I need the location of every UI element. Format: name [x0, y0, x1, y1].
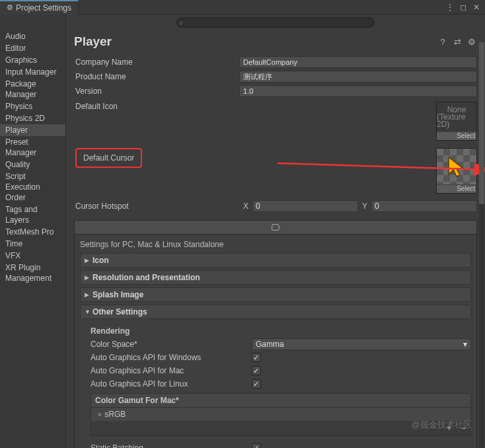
color-space-select[interactable]: Gamma ▾ — [252, 338, 471, 350]
drag-handle-icon[interactable]: ≡ — [98, 412, 100, 416]
chevron-right-icon: ▶ — [85, 257, 91, 264]
default-icon-label: Default Icon — [74, 102, 239, 111]
sidebar: AudioEditorGraphicsInput ManagerPackage … — [0, 15, 66, 448]
platform-tabbar[interactable]: 🖵 — [74, 220, 477, 235]
sidebar-item-input-manager[interactable]: Input Manager — [0, 66, 65, 78]
search-icon: ⌕ — [179, 19, 183, 26]
sidebar-item-audio[interactable]: Audio — [0, 30, 65, 42]
menu-icon[interactable]: ⋮ — [445, 3, 455, 12]
sidebar-item-physics[interactable]: Physics — [0, 100, 65, 112]
sidebar-item-package-manager[interactable]: Package Manager — [0, 78, 65, 100]
search-input[interactable] — [176, 17, 375, 28]
scrollbar[interactable] — [479, 42, 484, 447]
watermark: @掘金技术社区 — [412, 419, 472, 431]
sidebar-item-time[interactable]: Time — [0, 238, 65, 250]
auto-api-linux-checkbox[interactable]: ✓ — [252, 379, 261, 389]
static-batching-checkbox[interactable]: ✓ — [252, 443, 261, 448]
auto-api-win-label: Auto Graphics API for Windows — [91, 353, 252, 362]
version-label: Version — [74, 87, 239, 96]
close-icon[interactable]: ✕ — [472, 3, 481, 12]
auto-api-mac-label: Auto Graphics API for Mac — [91, 366, 252, 375]
settings-icon[interactable]: ⚙ — [466, 36, 477, 47]
monitor-icon: 🖵 — [271, 223, 280, 233]
hotspot-x-input[interactable] — [252, 200, 358, 212]
auto-api-mac-checkbox[interactable]: ✓ — [252, 366, 261, 375]
help-icon[interactable]: ? — [437, 36, 448, 47]
color-space-label: Color Space* — [91, 340, 252, 349]
sidebar-item-physics-2d[interactable]: Physics 2D — [0, 112, 65, 124]
rendering-heading: Rendering — [91, 326, 471, 336]
product-name-label: Product Name — [74, 72, 239, 81]
maximize-icon[interactable]: ◻ — [459, 3, 468, 12]
page-title: Player — [74, 34, 112, 49]
preset-icon[interactable]: ⇄ — [452, 36, 463, 47]
sidebar-item-tags-and-layers[interactable]: Tags and Layers — [0, 204, 65, 226]
default-icon-slot[interactable]: None (Texture 2D) Select — [436, 102, 477, 141]
sidebar-item-script-execution-order[interactable]: Script Execution Order — [0, 170, 65, 204]
default-cursor-label: Default Cursor — [75, 148, 142, 168]
default-cursor-slot[interactable]: Select — [436, 148, 477, 194]
foldout-icon[interactable]: ▶ Icon — [80, 253, 471, 268]
titlebar: ⚙ Project Settings ⋮ ◻ ✕ — [0, 0, 485, 15]
hotspot-y-input[interactable] — [371, 200, 477, 212]
x-label: X — [243, 202, 248, 211]
company-name-input[interactable] — [239, 56, 477, 68]
sidebar-item-textmesh-pro[interactable]: TextMesh Pro — [0, 226, 65, 238]
sidebar-item-vfx[interactable]: VFX — [0, 250, 65, 262]
sidebar-item-quality[interactable]: Quality — [0, 159, 65, 170]
platform-settings-title: Settings for PC, Mac & Linux Standalone — [80, 239, 471, 253]
chevron-down-icon: ▾ — [463, 340, 467, 349]
sidebar-item-player[interactable]: Player — [0, 124, 65, 136]
company-name-label: Company Name — [74, 57, 239, 67]
y-label: Y — [362, 202, 367, 211]
default-icon-select[interactable]: Select — [437, 131, 476, 140]
window-tab[interactable]: ⚙ Project Settings — [0, 0, 79, 15]
window-title: Project Settings — [16, 3, 71, 13]
product-name-input[interactable] — [239, 71, 477, 83]
sidebar-item-graphics[interactable]: Graphics — [0, 54, 65, 66]
main-panel: ⌕ Player ? ⇄ ⚙ Company Name Product Name — [66, 15, 485, 448]
sidebar-item-preset-manager[interactable]: Preset Manager — [0, 136, 65, 159]
type-text: (Texture 2D) — [437, 114, 476, 128]
color-gamut-header: Color Gamut For Mac* — [91, 394, 470, 408]
foldout-other[interactable]: ▼ Other Settings — [80, 305, 471, 319]
cursor-hotspot-label: Cursor Hotspot — [74, 202, 239, 211]
foldout-resolution[interactable]: ▶ Resolution and Presentation — [80, 270, 471, 285]
foldout-splash[interactable]: ▶ Splash Image — [80, 287, 471, 302]
default-cursor-select[interactable]: Select — [437, 184, 476, 193]
cursor-arrow-icon — [445, 155, 468, 178]
static-batching-label: Static Batching — [91, 443, 252, 448]
version-input[interactable] — [239, 85, 477, 97]
chevron-right-icon: ▶ — [85, 274, 91, 281]
sidebar-item-editor[interactable]: Editor — [0, 42, 65, 54]
gear-icon: ⚙ — [7, 3, 13, 12]
panel-header: Player ? ⇄ ⚙ — [66, 30, 485, 56]
chevron-right-icon: ▶ — [85, 291, 91, 298]
auto-api-linux-label: Auto Graphics API for Linux — [91, 379, 252, 389]
chevron-down-icon: ▼ — [85, 309, 91, 315]
auto-api-win-checkbox[interactable]: ✓ — [252, 353, 261, 362]
sidebar-item-xr-plugin-management[interactable]: XR Plugin Management — [0, 262, 65, 284]
